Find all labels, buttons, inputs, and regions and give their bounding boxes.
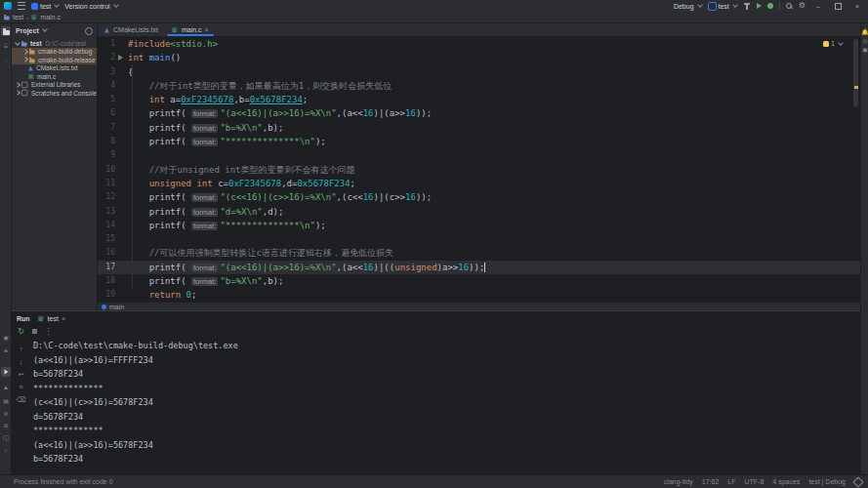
project-tool-icon[interactable] (1, 26, 11, 36)
profiler-tool-icon[interactable]: ≝ (1, 346, 11, 355)
run-gutter-icon[interactable] (118, 51, 128, 64)
up-stack-icon[interactable]: ↑ (17, 345, 25, 353)
run-play-icon[interactable] (757, 3, 762, 9)
code-line[interactable]: 11 unsigned int c=0xF2345678,d=0x5678F23… (98, 177, 860, 190)
tree-arrow-icon[interactable] (22, 57, 28, 62)
tree-item-external-libraries[interactable]: External Libraries (12, 81, 97, 90)
status-widget-17-62[interactable]: 17:62 (702, 478, 720, 485)
search-icon[interactable] (786, 3, 793, 10)
close-tab-icon[interactable]: × (62, 315, 65, 322)
soft-wrap-icon[interactable]: ↩ (17, 370, 25, 379)
main-menu-icon[interactable] (18, 2, 25, 10)
minimize-button[interactable]: – (811, 1, 825, 11)
tree-item-scratches-and-consoles[interactable]: Scratches and Consoles (12, 89, 97, 98)
editor-breadcrumb-bar: main (98, 303, 860, 310)
structure-tool-icon[interactable]: ⌸ (1, 41, 11, 51)
breadcrumb-file[interactable]: C main.c (31, 14, 61, 20)
maximize-button[interactable] (831, 1, 845, 11)
line-number: 7 (98, 121, 118, 135)
code-line[interactable]: 16 //可以使用强制类型转换让c语言进行逻辑右移，避免低位损失 (98, 246, 860, 260)
tree-arrow-icon[interactable] (22, 49, 28, 55)
vcs-widget[interactable]: Version control (64, 3, 117, 10)
code-text: int main() (128, 51, 181, 64)
code-line[interactable]: 4 //对于int类型的变量，如果最高位为1，则交换时会损失低位 (98, 79, 860, 93)
code-line[interactable]: 7 printf( format:"b=%X\n",b); (98, 121, 860, 135)
scroll-to-end-icon[interactable]: ≡ (17, 383, 25, 391)
cmake-profile-widget[interactable]: Debug (674, 3, 702, 10)
gradle-tool-icon[interactable]: ◎ (861, 36, 868, 44)
code-segment: )|(c>> (374, 192, 406, 202)
code-line[interactable]: 3{ (98, 65, 860, 79)
settings-gear-icon[interactable]: ⚙ (799, 2, 806, 10)
close-tab-icon[interactable]: × (205, 26, 209, 33)
code-editor[interactable]: 1#include<stdio.h>2int main()3{4 //对于int… (98, 37, 860, 303)
tree-item-test[interactable]: testD:\C-code\test (12, 39, 97, 48)
cmake-tool-icon[interactable]: ▲ (1, 383, 11, 392)
code-line[interactable]: 2int main() (98, 51, 860, 64)
console-line: b=5678F234 (33, 452, 844, 467)
build-hammer-icon[interactable] (743, 2, 751, 10)
run-tool-icon[interactable] (1, 367, 11, 377)
status-widget-4-spaces[interactable]: 4 spaces (772, 478, 800, 485)
code-line[interactable]: 13 printf( format:"d=%X\n",d); (98, 205, 860, 219)
notifications-bell-icon[interactable]: 🔔 (861, 27, 868, 35)
tab-cmakelists[interactable]: CMakeLists.txt (98, 23, 165, 36)
code-line[interactable]: 8 printf( format:"**************\n"); (98, 135, 860, 148)
clear-console-icon[interactable]: ⌫ (17, 395, 25, 404)
status-widget-utf-8[interactable]: UTF-8 (745, 478, 765, 485)
editor-tab-bar: CMakeLists.txt C main.c × (98, 23, 860, 37)
code-segment: printf( (128, 276, 191, 286)
tree-arrow-icon[interactable] (15, 82, 21, 88)
tree-item-main-c[interactable]: Cmain.c (12, 72, 97, 81)
code-line[interactable]: 9 (98, 148, 860, 162)
rerun-icon[interactable]: ↻ (17, 327, 25, 336)
more-tools-icon[interactable]: … (1, 55, 11, 64)
terminal-tool-icon[interactable]: ▤ (1, 395, 11, 405)
stop-icon[interactable] (30, 327, 39, 336)
status-widget-clang-tidy[interactable]: clang-tidy (664, 478, 693, 485)
breadcrumb-project[interactable]: test (4, 14, 23, 20)
readonly-pen-icon[interactable] (852, 476, 863, 487)
close-button[interactable]: × (850, 1, 864, 11)
inspections-widget[interactable]: 1 (823, 40, 843, 47)
code-line[interactable]: 19 return 0; (98, 288, 860, 302)
down-stack-icon[interactable]: ↓ (17, 357, 25, 366)
code-line[interactable]: 15 (98, 232, 860, 246)
status-widget-lf[interactable]: LF (727, 478, 735, 485)
console-line: ************** (33, 424, 844, 438)
code-line[interactable]: 5 int a=0xF2345678,b=0x5678F234; (98, 93, 860, 106)
status-widget-test-debug[interactable]: test | Debug (808, 478, 846, 485)
code-line[interactable]: 12 printf( format:"(c<<16)|(c>>16)=%X\n"… (98, 190, 860, 204)
run-config-widget[interactable]: test (708, 2, 737, 11)
code-line[interactable]: 10 //对于unsigned int类型的变量则不会有这个问题 (98, 163, 860, 177)
database-tool-icon[interactable]: ▣ (861, 45, 868, 53)
tree-arrow-icon[interactable] (15, 40, 21, 46)
problems-tool-icon[interactable]: ⊘ (1, 408, 11, 418)
git-tool-icon[interactable]: ⑂ (1, 446, 11, 456)
tree-item-cmakelists-txt[interactable]: CMakeLists.txt (12, 64, 97, 73)
editor-scrollbar[interactable] (853, 39, 858, 107)
run-tab-test[interactable]: C test × (38, 315, 65, 322)
tab-main-c[interactable]: C main.c × (165, 23, 216, 36)
breadcrumb-scope-label[interactable]: main (109, 304, 124, 310)
code-line[interactable]: 17 printf( format:"(a<<16)|(a>>16)=%X\n"… (98, 261, 860, 274)
code-line[interactable]: 1#include<stdio.h> (98, 37, 860, 51)
more-options-icon[interactable]: ⋮ (44, 327, 53, 336)
clion-logo-icon (4, 2, 12, 10)
code-text: printf( format:"(c<<16)|(c>>16)=%X\n",(c… (128, 190, 432, 204)
debug-tool-icon[interactable]: ◉ (1, 332, 11, 342)
tree-item-cmake-build-release[interactable]: cmake-build-release (12, 56, 97, 64)
console-output[interactable]: D:\C-code\test\cmake-build-debug\test.ex… (33, 339, 844, 467)
code-line[interactable]: 18 printf( format:"b=%X\n",b); (98, 274, 860, 288)
project-widget[interactable]: test (31, 3, 59, 10)
project-panel-header[interactable]: Project (12, 23, 97, 37)
tree-item-cmake-build-debug[interactable]: cmake-build-debug (12, 48, 97, 57)
locate-file-icon[interactable] (85, 27, 93, 35)
tree-arrow-icon[interactable] (15, 90, 21, 96)
warning-stripe-mark[interactable] (854, 86, 858, 89)
info-tool-icon[interactable]: ⓘ (1, 433, 11, 443)
debug-bug-icon[interactable] (767, 3, 773, 9)
code-line[interactable]: 6 printf( format:"(a<<16)|(a>>16)=%X\n",… (98, 106, 860, 120)
code-line[interactable]: 14 printf( format:"**************\n"); (98, 219, 860, 232)
services-tool-icon[interactable]: ⧉ (1, 421, 11, 430)
